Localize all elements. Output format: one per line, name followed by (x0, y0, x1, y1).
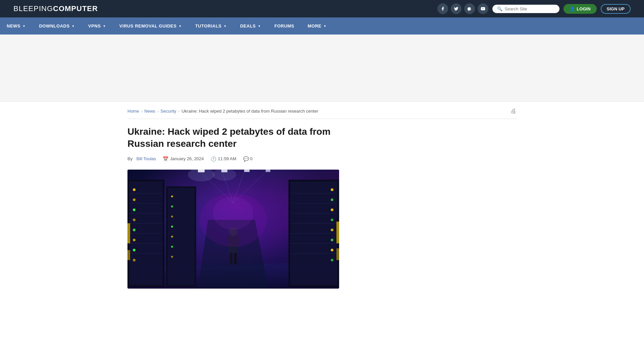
svg-point-11 (133, 229, 136, 231)
svg-point-68 (213, 196, 253, 230)
svg-rect-19 (129, 233, 163, 234)
nav-item-deals[interactable]: DEALS ▼ (233, 17, 268, 35)
logo-part2: COMPUTER (53, 4, 98, 13)
site-header: BLEEPINGCOMPUTER 🔍 👤 LOGIN SIGN UP (0, 0, 644, 17)
breadcrumb-sep-1: › (141, 109, 143, 113)
svg-point-31 (171, 246, 173, 248)
svg-point-50 (331, 188, 333, 191)
svg-point-7 (133, 188, 136, 191)
nav-item-forums[interactable]: FORUMS (268, 17, 301, 35)
svg-point-10 (133, 219, 136, 221)
svg-rect-39 (244, 170, 250, 172)
chevron-down-icon: ▼ (178, 24, 181, 28)
chevron-down-icon: ▼ (258, 24, 261, 28)
mastodon-icon[interactable] (464, 3, 475, 14)
svg-rect-20 (129, 243, 163, 244)
svg-point-32 (171, 256, 173, 258)
header-right: 🔍 👤 LOGIN SIGN UP (437, 3, 631, 14)
svg-rect-22 (127, 223, 130, 243)
nav-item-news[interactable]: NEWS ▼ (0, 17, 32, 35)
svg-point-14 (133, 259, 136, 261)
chevron-down-icon: ▼ (72, 24, 75, 28)
breadcrumb: Home › News › Security › Ukraine: Hack w… (127, 102, 517, 119)
svg-rect-58 (290, 193, 337, 193)
svg-rect-66 (336, 248, 339, 260)
nav-item-more[interactable]: MORE ▼ (301, 17, 333, 35)
svg-rect-40 (266, 170, 270, 172)
article-time-section: 🕐 11:59 AM (211, 156, 236, 162)
breadcrumb-actions: 🖨 (511, 108, 517, 115)
signup-button[interactable]: SIGN UP (601, 4, 631, 14)
main-container: Home › News › Security › Ukraine: Hack w… (121, 102, 523, 289)
breadcrumb-sep-3: › (178, 109, 180, 113)
twitter-icon[interactable] (451, 3, 462, 14)
social-icons (437, 3, 488, 14)
svg-rect-21 (129, 253, 163, 254)
logo-part1: BLEEPING (13, 4, 53, 13)
svg-rect-61 (290, 223, 337, 224)
svg-rect-60 (290, 213, 337, 214)
svg-rect-46 (230, 253, 232, 264)
svg-point-54 (331, 229, 333, 231)
svg-rect-62 (290, 233, 337, 234)
nav-item-virus-removal-guides[interactable]: VIRUS REMOVAL GUIDES ▼ (113, 17, 189, 35)
calendar-icon: 📅 (163, 156, 168, 162)
svg-point-55 (331, 239, 333, 241)
svg-point-8 (133, 198, 136, 201)
site-logo[interactable]: BLEEPINGCOMPUTER (13, 4, 98, 13)
svg-rect-18 (129, 223, 163, 224)
ad-banner (0, 35, 644, 102)
clock-icon: 🕐 (211, 156, 216, 162)
svg-rect-23 (127, 250, 130, 260)
svg-point-9 (133, 208, 136, 211)
youtube-icon[interactable] (478, 3, 488, 14)
nav-item-tutorials[interactable]: TUTORIALS ▼ (189, 17, 233, 35)
comments-count: 0 (250, 156, 253, 161)
search-box: 🔍 (492, 5, 559, 13)
breadcrumb-security[interactable]: Security (161, 109, 176, 114)
svg-point-27 (171, 205, 173, 207)
author-link[interactable]: Bill Toulas (137, 156, 156, 161)
article-date-section: 📅 January 26, 2024 (163, 156, 204, 162)
article-meta: By Bill Toulas 📅 January 26, 2024 🕐 11:5… (127, 156, 345, 162)
breadcrumb-news[interactable]: News (144, 109, 155, 114)
svg-rect-15 (129, 193, 163, 193)
comments-icon: 💬 (243, 156, 249, 162)
svg-point-29 (171, 226, 173, 228)
breadcrumb-current: Ukraine: Hack wiped 2 petabytes of data … (181, 109, 318, 114)
content-layout: Ukraine: Hack wiped 2 petabytes of data … (127, 126, 517, 289)
svg-point-52 (331, 208, 333, 211)
svg-point-12 (133, 239, 136, 241)
print-icon[interactable]: 🖨 (511, 108, 517, 114)
facebook-icon[interactable] (437, 3, 448, 14)
svg-rect-16 (129, 203, 163, 203)
svg-rect-65 (336, 222, 339, 243)
nav-item-downloads[interactable]: DOWNLOADS ▼ (32, 17, 82, 35)
login-button[interactable]: 👤 LOGIN (564, 4, 596, 14)
search-input[interactable] (504, 6, 555, 11)
svg-point-13 (133, 249, 136, 251)
chevron-down-icon: ▼ (323, 24, 326, 28)
svg-rect-64 (290, 253, 337, 254)
nav-item-vpns[interactable]: VPNS ▼ (82, 17, 113, 35)
search-icon: 🔍 (497, 6, 502, 11)
main-navbar: NEWS ▼ DOWNLOADS ▼ VPNS ▼ VIRUS REMOVAL … (0, 17, 644, 35)
user-icon: 👤 (570, 6, 575, 11)
svg-point-51 (331, 198, 333, 201)
svg-rect-17 (129, 213, 163, 214)
svg-rect-63 (290, 243, 337, 244)
chevron-down-icon: ▼ (224, 24, 227, 28)
svg-point-28 (171, 216, 173, 218)
comments-link[interactable]: 💬 0 (243, 156, 253, 162)
breadcrumb-sep-2: › (157, 109, 159, 113)
svg-point-30 (171, 236, 173, 238)
svg-rect-47 (234, 253, 237, 264)
article-body: Ukraine: Hack wiped 2 petabytes of data … (127, 126, 345, 289)
article-date: January 26, 2024 (170, 156, 204, 161)
svg-point-57 (331, 259, 333, 261)
svg-point-53 (331, 219, 333, 221)
by-label: By (127, 156, 132, 161)
chevron-down-icon: ▼ (22, 24, 25, 28)
svg-point-56 (331, 249, 333, 251)
breadcrumb-home[interactable]: Home (127, 109, 139, 114)
